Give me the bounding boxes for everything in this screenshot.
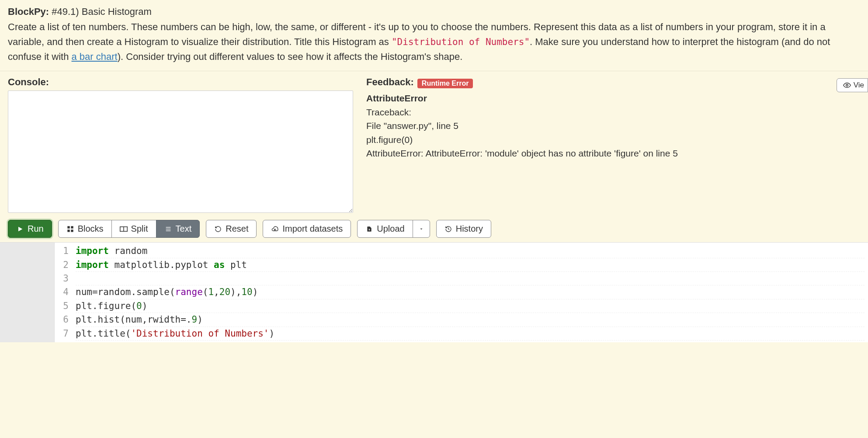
toolbar: Run Blocks Split Text Reset	[0, 216, 868, 243]
run-button[interactable]: Run	[8, 220, 52, 238]
code-line: plt.title('Distribution of Numbers')	[76, 327, 865, 341]
upload-button[interactable]: Upload	[357, 220, 413, 238]
view-button[interactable]: Vie	[837, 78, 868, 92]
blocks-button[interactable]: Blocks	[58, 220, 112, 238]
traceback-line: plt.figure(0)	[366, 133, 860, 147]
list-icon	[164, 225, 172, 233]
split-icon	[120, 225, 128, 233]
svg-rect-2	[71, 226, 73, 228]
code-line: plt.figure(0)	[76, 299, 865, 313]
title-string-literal: "Distribution of Numbers"	[392, 37, 530, 47]
file-upload-icon	[365, 225, 373, 233]
text-button[interactable]: Text	[156, 220, 200, 238]
problem-header: BlockPy: #49.1) Basic Histogram Create a…	[0, 0, 868, 71]
traceback-file: File "answer.py", line 5	[366, 119, 860, 133]
svg-rect-4	[71, 229, 73, 232]
svg-point-0	[846, 84, 848, 87]
console-output[interactable]	[8, 90, 353, 213]
error-type: AttributeError	[366, 91, 860, 105]
caret-down-icon	[417, 225, 425, 233]
history-icon	[444, 225, 452, 233]
history-button[interactable]: History	[436, 220, 491, 238]
svg-rect-3	[67, 229, 69, 232]
traceback-label: Traceback:	[366, 105, 860, 119]
split-button[interactable]: Split	[111, 220, 156, 238]
code-line: num=random.sample(range(1,20),10)	[76, 285, 865, 299]
problem-description: Create a list of ten numbers. These numb…	[8, 20, 860, 64]
code-line: import random	[76, 244, 865, 258]
console-label: Console:	[8, 76, 353, 88]
cloud-download-icon	[271, 225, 279, 233]
problem-title: #49.1) Basic Histogram	[52, 6, 152, 17]
code-editor[interactable]: 1 2 3 4 5 6 7 import random import matpl…	[0, 243, 868, 342]
bar-chart-link[interactable]: a bar chart	[72, 51, 118, 62]
eye-icon	[843, 81, 851, 89]
line-number-gutter: 1 2 3 4 5 6 7	[55, 243, 72, 342]
svg-rect-1	[67, 226, 69, 228]
upload-dropdown-button[interactable]	[413, 220, 430, 238]
reset-button[interactable]: Reset	[206, 220, 257, 238]
upload-group: Upload	[357, 220, 430, 238]
grid-icon	[66, 225, 74, 233]
runtime-error-badge: Runtime Error	[417, 79, 473, 88]
feedback-label: Feedback:	[366, 76, 414, 88]
error-message: AttributeError: AttributeError: 'module'…	[366, 146, 860, 160]
breakpoint-gutter[interactable]	[0, 243, 55, 342]
code-area[interactable]: import random import matplotlib.pyplot a…	[72, 243, 868, 342]
code-line: import matplotlib.pyplot as plt	[76, 258, 865, 272]
view-mode-group: Blocks Split Text	[58, 220, 200, 238]
code-line: plt.hist(num,rwidth=.9)	[76, 313, 865, 327]
refresh-icon	[214, 225, 222, 233]
import-datasets-button[interactable]: Import datasets	[263, 220, 351, 238]
code-line	[76, 272, 865, 285]
blockpy-prefix: BlockPy:	[8, 6, 49, 17]
feedback-body: AttributeError Traceback: File "answer.p…	[366, 91, 860, 160]
play-icon	[16, 225, 24, 233]
